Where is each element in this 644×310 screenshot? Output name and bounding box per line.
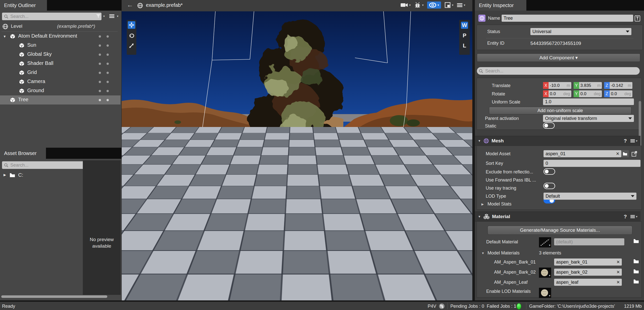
help-icon[interactable]: ? — [624, 214, 627, 220]
rotate-x-field[interactable]: X 0.0 deg — [543, 90, 571, 97]
lock-dot[interactable] — [107, 81, 109, 83]
uniform-scale-field[interactable]: 1.0 — [543, 98, 634, 105]
lod-type-dropdown[interactable]: Default — [544, 193, 636, 200]
material-field[interactable]: aspen_leaf × — [554, 279, 622, 286]
lock-dot[interactable] — [107, 99, 109, 101]
tab-entity-inspector[interactable]: Entity Inspector — [475, 0, 526, 11]
translate-z-field[interactable]: Z -0.142 m — [604, 82, 632, 89]
camera-settings-button[interactable]: ▾ — [400, 2, 411, 8]
asset-hscrollbar[interactable] — [1, 295, 107, 298]
outliner-row-tree-selected[interactable]: Tree — [0, 95, 120, 105]
folder-icon[interactable] — [633, 279, 639, 284]
space-local-button[interactable]: L — [463, 42, 466, 49]
lock-dot[interactable] — [107, 35, 109, 38]
tab-entity-outliner[interactable]: Entity Outliner — [0, 0, 47, 11]
default-material-swatch[interactable]: ▾ — [539, 237, 551, 247]
visibility-dot[interactable] — [99, 99, 101, 101]
outliner-row-global-sky[interactable]: Global Sky — [0, 50, 120, 59]
open-asset-external-icon[interactable] — [631, 151, 637, 157]
parent-activation-dropdown[interactable]: Original relative transform — [543, 115, 634, 122]
lock-dot[interactable] — [107, 44, 109, 47]
visibility-dot[interactable] — [99, 54, 101, 56]
scale-tool-button[interactable] — [128, 42, 135, 49]
p4v-label[interactable]: P4V — [428, 304, 436, 309]
expand-caret-icon[interactable]: ▼ — [3, 35, 6, 38]
filter-icon[interactable] — [96, 14, 101, 18]
tab-asset-browser[interactable]: Asset Browser — [0, 148, 46, 159]
forward-ibl-toggle[interactable] — [544, 183, 555, 189]
menu-icon[interactable] — [109, 14, 114, 18]
add-component-button[interactable]: Add Component ▾ — [477, 54, 640, 62]
visibility-dot[interactable] — [99, 44, 101, 47]
viewport-canvas[interactable]: Z Y X — [122, 11, 472, 300]
visibility-dot[interactable] — [99, 35, 101, 38]
sort-key-field[interactable]: 0 — [544, 160, 640, 167]
expand-caret-icon[interactable]: ▶ — [481, 202, 484, 206]
collapse-caret-icon[interactable]: ▼ — [478, 139, 481, 143]
folder-icon[interactable] — [633, 269, 639, 274]
menu-caret-icon[interactable]: ▾ — [117, 14, 118, 18]
material-field[interactable]: aspen_bark_01 × — [554, 259, 622, 266]
outliner-row-camera[interactable]: Camera — [0, 77, 120, 86]
lock-dot[interactable] — [107, 90, 109, 92]
visibility-button-active[interactable]: ▾ — [427, 2, 441, 9]
outliner-search-input[interactable] — [10, 14, 99, 19]
mesh-section-header[interactable]: ▼ Mesh ? ▾ — [475, 136, 640, 146]
add-nonuniform-scale-button[interactable]: Add non-uniform scale — [489, 107, 631, 114]
material-swatch[interactable]: ▾ — [539, 268, 551, 278]
space-parent-button[interactable]: P — [463, 32, 467, 39]
level-row[interactable]: Level (example.prefab*) — [0, 22, 121, 31]
asset-row-c-drive[interactable]: ▶ C: — [0, 171, 81, 180]
section-menu-icon[interactable]: ▾ — [630, 215, 637, 218]
name-field[interactable]: Tree — [502, 15, 633, 22]
section-menu-icon[interactable]: ▾ — [630, 139, 637, 143]
outliner-row-ground[interactable]: Ground — [0, 86, 120, 95]
pin-icon[interactable] — [634, 15, 641, 22]
material-section-header[interactable]: ▼ Material ? ▾ — [475, 212, 640, 222]
component-search[interactable] — [477, 67, 640, 75]
rotate-tool-button[interactable] — [128, 32, 135, 39]
outliner-row-atom-default-environment[interactable]: ▼ Atom Default Environment — [0, 32, 120, 41]
help-icon[interactable]: ? — [624, 138, 627, 144]
debug-button[interactable]: ▾ — [414, 2, 424, 8]
exclude-reflections-toggle[interactable] — [544, 168, 555, 175]
collapse-caret-icon[interactable]: ▼ — [478, 215, 481, 218]
expand-caret-icon[interactable]: ▶ — [4, 173, 6, 177]
material-swatch[interactable]: ▾ — [539, 288, 551, 298]
clear-material-icon[interactable]: × — [615, 269, 621, 275]
clear-material-icon[interactable]: × — [615, 279, 621, 285]
visibility-dot[interactable] — [99, 81, 101, 83]
outliner-row-shader-ball[interactable]: Shader Ball — [0, 59, 120, 68]
default-material-field[interactable]: (default) — [554, 238, 624, 245]
lock-dot[interactable] — [107, 72, 109, 74]
lock-dot[interactable] — [107, 63, 109, 65]
outliner-search[interactable] — [2, 13, 101, 20]
clear-asset-icon[interactable]: × — [615, 151, 620, 157]
collapse-caret-icon[interactable]: ▼ — [481, 251, 484, 255]
outliner-row-sun[interactable]: Sun — [0, 41, 120, 50]
component-search-input[interactable] — [485, 68, 638, 74]
model-asset-field[interactable]: aspen_01 × — [544, 150, 621, 157]
p4v-sync-icon[interactable] — [439, 303, 445, 309]
static-toggle[interactable] — [543, 122, 555, 129]
visibility-dot[interactable] — [99, 90, 101, 92]
back-arrow-icon[interactable]: ← — [127, 1, 133, 9]
translate-x-field[interactable]: X -10.0 m — [543, 82, 571, 89]
outliner-row-grid[interactable]: Grid — [0, 68, 120, 77]
generate-materials-button[interactable]: Generate/Manage Source Materials... — [487, 226, 632, 235]
visibility-dot[interactable] — [99, 63, 101, 65]
viewport-menu-button[interactable]: ▾ — [457, 3, 465, 7]
status-dropdown[interactable]: Universal — [530, 28, 631, 35]
translate-y-field[interactable]: Y 3.835 m — [574, 82, 602, 89]
browse-asset-button[interactable] — [621, 150, 629, 157]
folder-icon[interactable] — [633, 259, 639, 264]
clear-material-icon[interactable]: × — [615, 259, 621, 265]
material-field[interactable]: aspen_bark_02 × — [554, 269, 622, 276]
folder-icon[interactable] — [633, 239, 639, 243]
rotate-z-field[interactable]: Z 0.0 deg — [604, 90, 632, 97]
move-tool-button-active[interactable] — [128, 21, 135, 29]
space-world-button-active[interactable]: W — [461, 22, 468, 29]
filter-caret-icon[interactable]: ▾ — [103, 14, 105, 18]
layout-button[interactable]: ▾ — [445, 2, 453, 8]
visibility-dot[interactable] — [99, 72, 101, 74]
